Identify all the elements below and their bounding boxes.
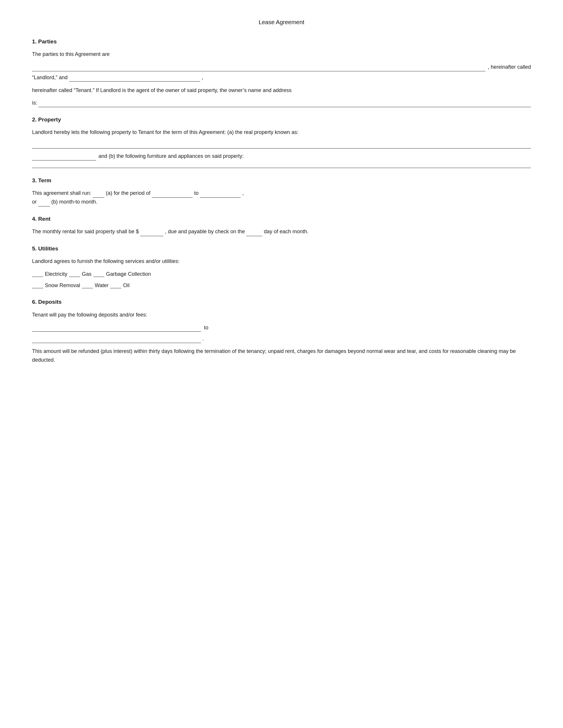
rent-amount-field[interactable] xyxy=(140,230,163,236)
term-check-field[interactable] xyxy=(93,192,104,198)
section-heading-utilities: 5. Utilities xyxy=(32,244,531,253)
water-label: Water xyxy=(95,281,108,290)
is-line: is: xyxy=(32,99,531,107)
deposit-fields-block: to . xyxy=(32,324,531,343)
term-comma: , xyxy=(242,190,243,196)
landlord-comma: , xyxy=(202,75,203,80)
utilities-row2: Snow Removal Water Oil xyxy=(32,281,531,290)
term-b-text: (b) month-to month. xyxy=(51,199,97,205)
property-field-line2: and (b) the following furniture and appl… xyxy=(32,152,531,160)
section-heading-deposits: 6. Deposits xyxy=(32,298,531,306)
deposit-amount-field[interactable] xyxy=(32,325,201,332)
landlord-field-line: , hereinafter called xyxy=(32,63,531,71)
electricity-check[interactable] xyxy=(32,271,43,277)
deposits-intro: Tenant will pay the following deposits a… xyxy=(32,311,531,319)
term-paragraph: This agreement shall run: (a) for the pe… xyxy=(32,189,531,206)
term-to-field[interactable] xyxy=(200,192,241,198)
utilities-row1: Electricity Gas Garbage Collection xyxy=(32,270,531,278)
garbage-label: Garbage Collection xyxy=(106,270,151,278)
property-intro-text: Landlord hereby lets the following prope… xyxy=(32,129,299,135)
section-heading-term: 3. Term xyxy=(32,176,531,185)
rent-day-field[interactable] xyxy=(246,230,262,236)
deposit-row1: to xyxy=(32,324,531,332)
property-intro: Landlord hereby lets the following prope… xyxy=(32,128,531,137)
section-heading-rent: 4. Rent xyxy=(32,215,531,223)
section-rent: 4. Rent The monthly rental for said prop… xyxy=(32,215,531,236)
deposit-refund-static: This amount will be refunded (plus inter… xyxy=(32,348,516,363)
and-b-text: and (b) the following furniture and appl… xyxy=(98,152,243,160)
term-b-check-field[interactable] xyxy=(38,201,50,206)
utilities-intro: Landlord agrees to furnish the following… xyxy=(32,257,531,266)
term-from-field[interactable] xyxy=(152,192,193,198)
section-parties: 1. Parties The parties to this Agreement… xyxy=(32,37,531,107)
section-heading-property: 2. Property xyxy=(32,115,531,124)
section-term: 3. Term This agreement shall run: (a) fo… xyxy=(32,176,531,206)
term-run-text: This agreement shall run: xyxy=(32,190,91,196)
gas-label: Gas xyxy=(82,270,91,278)
gas-check[interactable] xyxy=(69,271,80,277)
landlord-quote-text: “Landlord,” and xyxy=(32,75,69,80)
document-title: Lease Agreement xyxy=(32,17,531,27)
parties-intro-text: The parties to this Agreement are xyxy=(32,51,110,57)
garbage-check[interactable] xyxy=(93,271,104,277)
property-field-line1[interactable] xyxy=(32,142,531,149)
snow-label: Snow Removal xyxy=(45,281,80,290)
tenant-agent-static: hereinafter called “Tenant.” If Landlord… xyxy=(32,87,292,93)
landlord-and-field[interactable] xyxy=(69,73,200,82)
term-to-text: to xyxy=(194,190,200,196)
property-block: and (b) the following furniture and appl… xyxy=(32,142,531,168)
deposit-row2: . xyxy=(32,335,531,343)
term-or-text: or xyxy=(32,199,37,205)
property-field-short[interactable] xyxy=(32,154,96,160)
landlord-name-field[interactable] xyxy=(32,65,486,71)
electricity-label: Electricity xyxy=(45,270,67,278)
tenant-agent-text: hereinafter called “Tenant.” If Landlord… xyxy=(32,86,531,95)
owner-address-field[interactable] xyxy=(38,101,531,107)
parties-intro: The parties to this Agreement are xyxy=(32,50,531,59)
is-label: is: xyxy=(32,99,37,107)
deposit-to-text: to xyxy=(204,324,208,332)
deposit-period: . xyxy=(202,335,204,343)
property-furniture-field[interactable] xyxy=(32,162,531,168)
section-heading-parties: 1. Parties xyxy=(32,37,531,46)
section-property: 2. Property Landlord hereby lets the fol… xyxy=(32,115,531,168)
rent-text3: day of each month. xyxy=(264,229,308,234)
section-deposits: 6. Deposits Tenant will pay the followin… xyxy=(32,298,531,364)
water-check[interactable] xyxy=(82,282,93,288)
hereinafter-called-text: , hereinafter called xyxy=(488,63,531,71)
rent-paragraph: The monthly rental for said property sha… xyxy=(32,227,531,236)
deposit-payee-field[interactable] xyxy=(32,337,201,343)
deposit-refund-text: This amount will be refunded (plus inter… xyxy=(32,347,531,364)
section-utilities: 5. Utilities Landlord agrees to furnish … xyxy=(32,244,531,290)
oil-label: Oil xyxy=(123,281,129,290)
term-a-text: (a) for the period of xyxy=(106,190,152,196)
snow-check[interactable] xyxy=(32,282,43,288)
deposits-intro-text: Tenant will pay the following deposits a… xyxy=(32,312,147,318)
utilities-intro-text: Landlord agrees to furnish the following… xyxy=(32,258,179,264)
rent-text2: , due and payable by check on the xyxy=(165,229,246,234)
property-furniture-row xyxy=(32,162,531,168)
oil-check[interactable] xyxy=(110,282,121,288)
rent-text1: The monthly rental for said property sha… xyxy=(32,229,139,234)
landlord-label-line: “Landlord,” and , xyxy=(32,73,531,82)
